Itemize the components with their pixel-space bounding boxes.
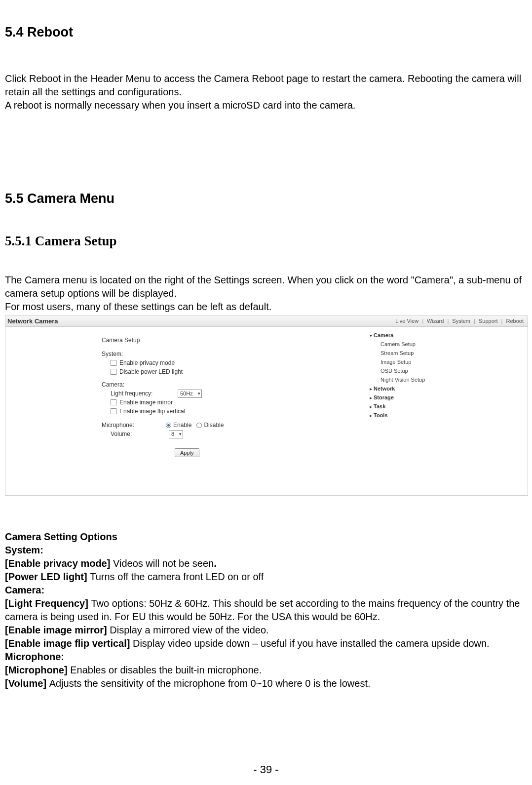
- chevron-right-icon: [368, 395, 374, 400]
- chevron-right-icon: [368, 404, 374, 409]
- header-link-wizard[interactable]: Wizard: [427, 318, 444, 324]
- chevron-down-icon: [368, 333, 374, 338]
- header-link-system[interactable]: System: [452, 318, 470, 324]
- side-item-task-label: Task: [374, 403, 385, 409]
- heading-5-5: 5.5 Camera Menu: [5, 191, 527, 206]
- para-5-4-1: Click Reboot in the Header Menu to acces…: [5, 72, 527, 99]
- checkbox-privacy-mode[interactable]: [111, 360, 116, 366]
- checkbox-image-flip[interactable]: [111, 408, 116, 414]
- chevron-down-icon: ▾: [174, 432, 182, 436]
- opt-flip-text: Display video upside down – useful if yo…: [133, 638, 490, 649]
- radio-mic-enable-label: Enable: [173, 422, 191, 429]
- side-sub-night-vision[interactable]: Night Vision Setup: [368, 375, 526, 384]
- chevron-right-icon: [368, 386, 374, 392]
- checkbox-privacy-mode-label: Enable privacy mode: [119, 359, 175, 366]
- apply-button[interactable]: Apply: [175, 448, 199, 457]
- camera-setup-screenshot: Network Camera Live View | Wizard | Syst…: [5, 315, 528, 496]
- opt-mic-label: [Microphone]: [5, 665, 70, 675]
- side-item-tools[interactable]: Tools: [368, 411, 526, 420]
- checkbox-image-flip-label: Enable image flip vertical: [119, 408, 185, 415]
- checkbox-image-mirror-label: Enable image mirror: [119, 399, 173, 406]
- opt-privacy-dot: .: [214, 558, 217, 569]
- opt-led-label: [Power LED light]: [5, 571, 90, 582]
- para-5-4-2: A reboot is normally necessary when you …: [5, 99, 527, 112]
- light-frequency-select[interactable]: 50Hz ▾: [178, 390, 202, 398]
- para-5-5-1a: The Camera menu is located on the right …: [5, 274, 527, 300]
- options-camera-label: Camera:: [5, 584, 527, 597]
- opt-flip-label: [Enable image flip vertical]: [5, 638, 133, 649]
- microphone-label: Microphone:: [102, 422, 166, 429]
- group-camera-label: Camera:: [102, 381, 362, 388]
- volume-label: Volume:: [111, 431, 166, 437]
- opt-privacy-text: Videos will not be seen: [113, 558, 214, 569]
- side-item-camera[interactable]: Camera: [368, 331, 526, 340]
- side-item-task[interactable]: Task: [368, 402, 526, 411]
- opt-privacy-label: [Enable privacy mode]: [5, 558, 113, 569]
- header-link-support[interactable]: Support: [479, 318, 498, 324]
- opt-volume-text: Adjusts the sensitivity of the microphon…: [49, 678, 371, 689]
- checkbox-disable-led-label: Disable power LED light: [119, 368, 183, 375]
- opt-mirror-label: [Enable image mirror]: [5, 625, 110, 635]
- side-menu: Camera Camera Setup Stream Setup Image S…: [368, 331, 526, 420]
- app-title: Network Camera: [7, 317, 58, 325]
- opt-mirror-text: Display a mirrored view of the video.: [110, 625, 268, 635]
- header-link-reboot[interactable]: Reboot: [506, 318, 524, 324]
- options-microphone-label: Microphone:: [5, 650, 527, 664]
- para-5-5-1b: For most users, many of these settings c…: [5, 300, 527, 314]
- chevron-down-icon: ▾: [193, 391, 200, 396]
- checkbox-disable-led[interactable]: [111, 369, 116, 375]
- light-frequency-value: 50Hz: [180, 391, 193, 396]
- camera-setting-options: Camera Setting Options System: [Enable p…: [5, 530, 527, 690]
- light-frequency-label: Light frequency:: [111, 390, 175, 397]
- side-item-storage-label: Storage: [374, 394, 394, 400]
- header-menu: Live View | Wizard | System | Support | …: [394, 318, 525, 324]
- side-item-tools-label: Tools: [374, 412, 388, 418]
- side-sub-camera-setup[interactable]: Camera Setup: [368, 340, 526, 349]
- radio-mic-disable[interactable]: [196, 423, 202, 428]
- panel-title: Camera Setup: [102, 337, 362, 344]
- radio-mic-enable[interactable]: [166, 423, 171, 428]
- side-item-network[interactable]: Network: [368, 384, 526, 393]
- side-sub-image-setup[interactable]: Image Setup: [368, 357, 526, 366]
- opt-led-text: Turns off the camera front LED on or off: [90, 571, 264, 582]
- chevron-right-icon: [368, 413, 374, 418]
- options-heading: Camera Setting Options: [5, 530, 527, 544]
- group-system-label: System:: [102, 351, 362, 357]
- checkbox-image-mirror[interactable]: [111, 399, 116, 405]
- opt-lightfreq-label: [Light Frequency]: [5, 598, 91, 609]
- side-item-storage[interactable]: Storage: [368, 393, 526, 402]
- opt-mic-text: Enables or disables the built-in microph…: [70, 665, 262, 675]
- page-number: - 39 -: [0, 763, 532, 776]
- side-sub-osd-setup[interactable]: OSD Setup: [368, 366, 526, 375]
- side-sub-stream-setup[interactable]: Stream Setup: [368, 349, 526, 357]
- opt-volume-label: [Volume]: [5, 678, 49, 689]
- side-item-camera-label: Camera: [374, 332, 393, 338]
- side-item-network-label: Network: [374, 386, 395, 392]
- heading-5-5-1: 5.5.1 Camera Setup: [5, 234, 527, 249]
- header-link-liveview[interactable]: Live View: [395, 318, 418, 324]
- radio-mic-disable-label: Disable: [204, 422, 224, 429]
- heading-5-4: 5.4 Reboot: [5, 25, 527, 40]
- options-system-label: System:: [5, 544, 527, 557]
- volume-select[interactable]: 8 ▾: [169, 430, 183, 438]
